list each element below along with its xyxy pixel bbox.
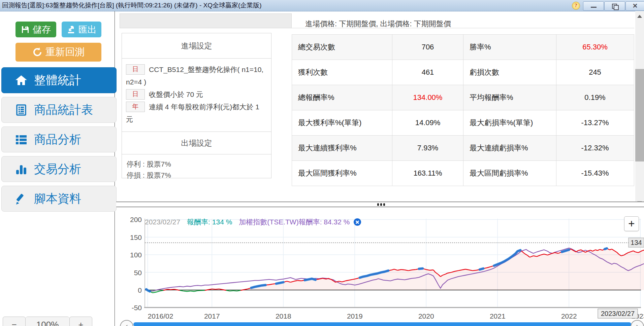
minimize-icon [591,7,597,8]
stats-row: 最大區間獲利率%163.11%最大區間虧損率%-15.43% [292,161,634,186]
close-button[interactable]: × [625,1,644,11]
title-bar: 回測報告[選股]:63盤整趨勢化操作[台股] (執行時間:09:21:26) (… [0,0,644,11]
stats-row: 最大獲利率%(單筆)14.09%最大虧損率%(單筆)-13.27% [292,110,634,136]
rerun-backtest-button[interactable]: 重新回測 [15,43,101,62]
legend-close-icon[interactable] [354,218,361,226]
stats-label: 最大連續獲利率% [292,136,392,160]
restore-button[interactable] [604,1,625,11]
save-label: 儲存 [33,24,51,36]
stats-value: 706 [392,35,463,60]
save-button[interactable]: 儲存 [15,22,56,37]
stats-row: 獲利次數461虧損次數245 [292,60,634,85]
stats-label: 勝率% [463,35,556,60]
zoom-in-button[interactable]: + [69,317,92,326]
chart-h-scrollbar[interactable] [133,322,631,326]
svg-text:2020: 2020 [418,312,434,320]
rerun-label: 重新回測 [45,45,85,59]
svg-text:150: 150 [130,233,142,241]
bar-chart-icon [14,162,28,176]
svg-text:2023/02/27: 2023/02/27 [601,310,635,317]
exit-condition: 停損 : 股票7% [127,170,271,181]
zoom-control: − 100% + [3,317,92,326]
scroll-up-button[interactable] [635,11,644,21]
stats-label: 總報酬率% [292,85,392,110]
frequency-badge: 日 [126,64,145,75]
condition-text: 連續 4 年每股稅前淨利(元)都大於 1 元 [126,103,259,123]
stats-value: 7.93% [392,136,463,160]
svg-text:2022: 2022 [561,312,577,320]
vertical-scrollbar[interactable] [635,11,644,208]
sidebar-item-3[interactable]: 交易分析 [1,156,117,182]
condition-text: 收盤價小於 70 元 [149,90,203,98]
entry-condition: 日收盤價小於 70 元 [126,88,268,101]
sidebar-item-label: 商品統計表 [34,102,93,118]
svg-text:134: 134 [631,239,642,246]
svg-text:0: 0 [138,286,142,294]
stats-label: 虧損次數 [463,60,556,85]
stats-row: 最大連續獲利率%7.93%最大連續虧損率%-12.32% [292,136,634,161]
stats-table: 總交易次數706勝率%65.30%獲利次數461虧損次數245總報酬率%134.… [292,34,634,186]
svg-text:2018: 2018 [276,312,291,320]
window-title: 回測報告[選股]:63盤整趨勢化操作[台股] (執行時間:09:21:26) (… [2,0,262,11]
zoom-out-button[interactable]: − [3,317,26,326]
price-row-text: 進場價格: 下期開盤價, 出場價格: 下期開盤價 [292,13,634,28]
condition-text: CCT_B512_盤整趨勢化操作( n1=10, n2=4 ) [126,66,263,86]
stats-label: 總交易次數 [292,35,392,60]
export-button[interactable]: 匯出 [62,22,101,37]
stats-value: 163.11% [392,161,463,186]
zoom-level: 100% [26,317,69,326]
chart-cursor-date: 2023/02/27 [145,218,180,226]
svg-text:100: 100 [130,251,142,259]
svg-text:200: 200 [130,216,142,223]
stats-label: 獲利次數 [292,60,392,85]
table-icon [14,103,28,117]
refresh-icon [32,47,42,57]
stats-value: 65.30% [556,35,634,60]
svg-text:2019: 2019 [347,312,363,320]
help-icon[interactable]: ? [572,2,580,10]
stats-row: 總交易次數706勝率%65.30% [292,35,634,60]
splitter-grip-icon[interactable] [377,203,385,206]
stats-value: 0.19% [556,85,634,110]
settings-panel: 進場設定 日CCT_B512_盤整趨勢化操作( n1=10, n2=4 )日收盤… [122,33,271,178]
chart-legend: 2023/02/27 報酬率: 134 % 加權指數(TSE.TW)報酬率: 8… [145,217,361,227]
frequency-badge: 日 [126,89,145,100]
arrow-up-icon [637,15,642,18]
svg-text:2016/02: 2016/02 [148,312,173,320]
sidebar-item-label: 商品分析 [34,132,81,147]
sidebar-item-label: 交易分析 [34,161,81,177]
chart-zoom-in-button[interactable]: + [624,216,639,231]
export-icon [67,25,75,34]
pencil-icon [14,192,28,206]
sidebar-item-4[interactable]: 腳本資料 [1,186,117,212]
sidebar-item-2[interactable]: 商品分析 [1,126,117,152]
stats-label: 最大區間獲利率% [292,161,392,186]
stats-row: 總報酬率%134.00%平均報酬率%0.19% [292,85,634,110]
stats-value: -15.43% [556,161,634,186]
sidebar-item-0[interactable]: 整體統計 [1,67,117,93]
pane-splitter[interactable] [116,202,644,208]
save-icon [21,25,30,34]
entry-settings-title: 進場設定 [122,33,271,59]
entry-condition: 日CCT_B512_盤整趨勢化操作( n1=10, n2=4 ) [126,63,268,88]
svg-text:2021: 2021 [490,312,506,320]
close-icon: × [626,2,644,10]
stats-label: 平均報酬率% [463,85,556,110]
stats-label: 最大獲利率%(單筆) [292,110,392,135]
svg-text:2017: 2017 [204,312,220,320]
frequency-badge: 年 [126,102,145,112]
home-icon [14,74,28,87]
exit-conditions: 停利 : 股票7%停損 : 股票7% [122,154,271,181]
price-row-label-cell [120,13,292,28]
stats-value: -12.32% [556,136,634,160]
entry-conditions: 日CCT_B512_盤整趨勢化操作( n1=10, n2=4 )日收盤價小於 7… [122,59,271,129]
minimize-button[interactable] [583,1,604,11]
entry-condition: 年連續 4 年每股稅前淨利(元)都大於 1 元 [126,101,268,125]
stats-value: -13.27% [556,110,634,135]
stats-value: 461 [392,60,463,85]
sidebar-item-1[interactable]: 商品統計表 [1,97,117,123]
exit-settings-title: 出場設定 [122,132,271,154]
sidebar-item-label: 整體統計 [34,72,81,88]
backtest-report-window: 回測報告[選股]:63盤整趨勢化操作[台股] (執行時間:09:21:26) (… [0,0,644,326]
scrollbar-thumb[interactable] [635,69,644,161]
